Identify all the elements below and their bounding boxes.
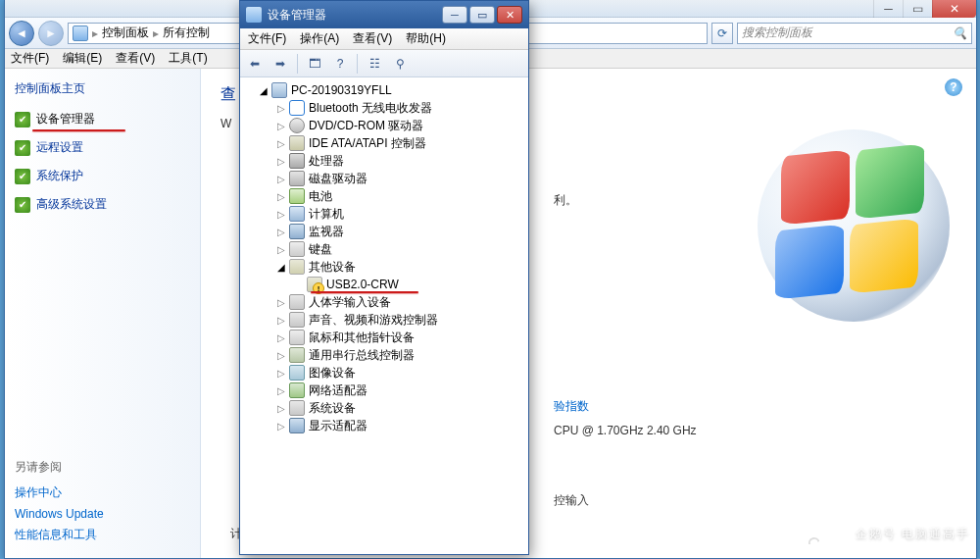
tree-node-label: 磁盘驱动器	[307, 171, 368, 187]
touch-info: 控输入	[554, 492, 589, 509]
expand-arrow-icon[interactable]: ▷	[275, 209, 287, 220]
devmgr-icon	[246, 7, 262, 23]
minimize-button[interactable]: ─	[873, 0, 903, 18]
toolbar-properties-icon[interactable]: 🗔	[304, 53, 325, 75]
device-tree: ◢PC-20190319YFLL▷Bluetooth 无线电收发器▷DVD/CD…	[240, 77, 528, 554]
expand-arrow-icon[interactable]: ▷	[275, 350, 287, 361]
expand-arrow-icon[interactable]: ▷	[275, 191, 287, 202]
refresh-button[interactable]: ⟳	[711, 23, 733, 44]
sidebar-home[interactable]: 控制面板主页	[15, 80, 190, 97]
chevron-right-icon: ▸	[153, 26, 159, 40]
toolbar-help-icon[interactable]: ?	[329, 53, 351, 75]
tree-child-node[interactable]: USB2.0-CRW	[242, 276, 526, 293]
expand-arrow-icon[interactable]: ▷	[275, 297, 287, 308]
sidebar-item-device-manager[interactable]: ✔ 设备管理器	[15, 109, 190, 129]
tree-node[interactable]: ▷鼠标和其他指针设备	[242, 329, 526, 346]
tree-node-label: 其他设备	[307, 259, 356, 276]
tree-node[interactable]: ▷键盘	[242, 240, 526, 258]
shield-icon: ✔	[15, 169, 30, 184]
tree-node[interactable]: ▷磁盘驱动器	[242, 170, 526, 187]
tree-node-label: 人体学输入设备	[307, 294, 391, 311]
shield-icon: ✔	[15, 112, 30, 127]
expand-arrow-icon[interactable]: ▷	[275, 421, 287, 432]
tree-node[interactable]: ▷声音、视频和游戏控制器	[242, 311, 526, 329]
maximize-button[interactable]: ▭	[469, 6, 495, 24]
device-icon	[289, 330, 305, 345]
close-button[interactable]: ✕	[497, 6, 522, 24]
minimize-button[interactable]: ─	[442, 6, 467, 24]
device-icon	[289, 188, 305, 204]
expand-arrow-icon[interactable]: ▷	[275, 156, 287, 167]
tree-node[interactable]: ▷人体学输入设备	[242, 293, 526, 311]
devmgr-titlebar[interactable]: 设备管理器 ─ ▭ ✕	[240, 1, 528, 28]
breadcrumb-part[interactable]: 所有控制	[163, 25, 210, 41]
toolbar-back-icon[interactable]: ⬅	[244, 53, 266, 75]
annotation-underline	[311, 291, 418, 293]
menu-file[interactable]: 文件(F)	[248, 30, 286, 47]
toolbar-treeview-icon[interactable]: ☷	[364, 53, 385, 75]
menu-tools[interactable]: 工具(T)	[169, 50, 207, 67]
sidebar-item-remote[interactable]: ✔ 远程设置	[15, 137, 190, 158]
tree-node[interactable]: ▷Bluetooth 无线电收发器	[242, 99, 526, 117]
close-button[interactable]: ✕	[932, 0, 976, 18]
menu-file[interactable]: 文件(F)	[11, 50, 49, 67]
experience-index-link[interactable]: 验指数	[554, 398, 589, 415]
menu-help[interactable]: 帮助(H)	[406, 30, 446, 47]
search-input[interactable]: 搜索控制面板 🔍	[737, 23, 972, 44]
help-icon[interactable]: ?	[945, 78, 962, 96]
tree-node[interactable]: ▷电池	[242, 187, 526, 205]
nav-back-button[interactable]: ◄	[9, 21, 34, 46]
tree-node-label: 监视器	[307, 224, 344, 240]
menu-edit[interactable]: 编辑(E)	[63, 50, 102, 67]
tree-root-label[interactable]: PC-20190319YFLL	[289, 83, 392, 97]
expand-arrow-icon[interactable]: ▷	[275, 138, 287, 149]
tree-node[interactable]: ▷监视器	[242, 223, 526, 240]
menu-view[interactable]: 查看(V)	[116, 50, 155, 67]
see-also-link[interactable]: 性能信息和工具	[15, 524, 190, 546]
tree-node[interactable]: ▷通用串行总线控制器	[242, 346, 526, 364]
expand-arrow-icon[interactable]: ◢	[258, 85, 270, 96]
see-also-link[interactable]: 操作中心	[15, 482, 190, 504]
separator	[297, 54, 298, 74]
tree-node[interactable]: ▷显示适配器	[242, 417, 526, 434]
device-warning-icon	[307, 277, 322, 292]
tree-node[interactable]: ▷IDE ATA/ATAPI 控制器	[242, 134, 526, 152]
sidebar-item-protect[interactable]: ✔ 系统保护	[15, 166, 190, 186]
menu-view[interactable]: 查看(V)	[353, 30, 392, 47]
sidebar-item-advanced[interactable]: ✔ 高级系统设置	[15, 194, 190, 215]
maximize-button[interactable]: ▭	[903, 0, 932, 18]
tree-node[interactable]: ▷图像设备	[242, 364, 526, 381]
expand-arrow-icon[interactable]: ▷	[275, 244, 287, 255]
sidebar-item-label: 设备管理器	[36, 111, 95, 127]
expand-arrow-icon[interactable]: ◢	[275, 262, 287, 273]
sidebar-item-label: 高级系统设置	[36, 196, 107, 213]
tree-node[interactable]: ▷计算机	[242, 205, 526, 223]
toolbar-scan-icon[interactable]: ⚲	[389, 53, 411, 75]
expand-arrow-icon[interactable]: ▷	[275, 174, 287, 184]
windows-logo	[775, 147, 932, 304]
tree-node-label: 声音、视频和游戏控制器	[307, 312, 438, 329]
expand-arrow-icon[interactable]: ▷	[275, 368, 287, 379]
expand-arrow-icon[interactable]: ▷	[275, 332, 287, 343]
device-icon	[289, 347, 305, 363]
expand-arrow-icon[interactable]: ▷	[275, 315, 287, 326]
device-icon	[289, 153, 305, 169]
tree-node-label: 鼠标和其他指针设备	[307, 330, 415, 346]
expand-arrow-icon[interactable]: ▷	[275, 403, 287, 414]
tree-node[interactable]: ▷网络适配器	[242, 381, 526, 399]
tree-node[interactable]: ▷处理器	[242, 152, 526, 170]
expand-arrow-icon[interactable]: ▷	[275, 227, 287, 237]
toolbar-forward-icon[interactable]: ➡	[270, 53, 291, 75]
tree-node[interactable]: ▷系统设备	[242, 399, 526, 417]
see-also-link[interactable]: Windows Update	[15, 504, 190, 524]
tree-node[interactable]: ◢其他设备	[242, 258, 526, 276]
nav-forward-button[interactable]: ►	[38, 21, 64, 46]
device-icon	[289, 171, 305, 186]
tree-node[interactable]: ▷DVD/CD-ROM 驱动器	[242, 117, 526, 134]
expand-arrow-icon[interactable]: ▷	[275, 103, 287, 114]
expand-arrow-icon[interactable]: ▷	[275, 121, 287, 131]
search-placeholder: 搜索控制面板	[742, 25, 812, 41]
expand-arrow-icon[interactable]: ▷	[275, 385, 287, 396]
breadcrumb-part[interactable]: 控制面板	[102, 25, 149, 41]
menu-action[interactable]: 操作(A)	[300, 30, 339, 47]
